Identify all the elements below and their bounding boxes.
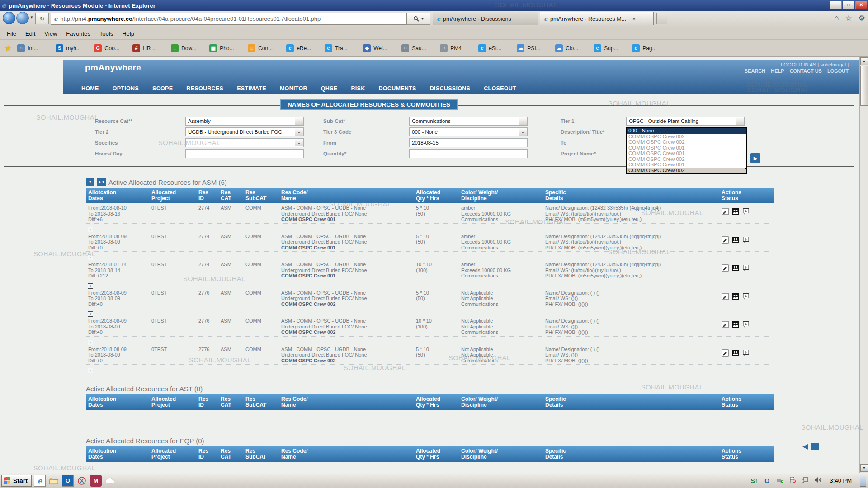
top-link-help[interactable]: HELP — [771, 68, 784, 74]
scrollbar-thumb[interactable] — [860, 66, 868, 106]
favorite-item[interactable]: ▣Pho... — [208, 42, 247, 54]
menu-item-view[interactable]: View — [40, 29, 61, 38]
scroll-up-icon[interactable]: ▲ — [860, 57, 868, 65]
nav-item-closeout[interactable]: CLOSEOUT — [484, 85, 516, 92]
tab-discussions[interactable]: e pmAnywhere - Discussions — [433, 12, 538, 25]
edit-icon[interactable] — [722, 208, 729, 215]
dropdown-option[interactable]: COMM OSPC Crew 002 — [627, 139, 746, 145]
nav-item-risk[interactable]: RISK — [351, 85, 365, 92]
favorite-item[interactable]: eeRe... — [285, 42, 324, 54]
resource_cat-select[interactable]: Assembly⌄ — [185, 117, 304, 126]
search-box[interactable]: ▼ — [407, 13, 430, 25]
taskbar-ie-icon[interactable]: e — [34, 475, 46, 487]
menu-item-help[interactable]: Help — [118, 29, 138, 38]
sort-down-icon[interactable]: ▼ — [86, 178, 94, 186]
nav-item-estimate[interactable]: ESTIMATE — [237, 85, 266, 92]
dropdown-option[interactable]: COMM OSPC Crew 002 — [627, 134, 746, 140]
refresh-button[interactable]: ↻ — [35, 13, 49, 24]
dropdown-option[interactable]: COMM OSPC Crew 002 — [627, 156, 746, 162]
stop-square-icon[interactable] — [811, 443, 819, 450]
favorite-item[interactable]: ○Sau... — [401, 42, 439, 54]
top-link-contact-us[interactable]: CONTACT US — [790, 68, 822, 74]
favorite-item[interactable]: eTra... — [324, 42, 362, 54]
menu-item-favorites[interactable]: Favorites — [62, 29, 94, 38]
tier3-select[interactable]: 000 - None⌄ — [409, 127, 528, 136]
hours-input[interactable] — [185, 149, 304, 158]
tray-usb-icon[interactable] — [776, 477, 784, 484]
favorite-item[interactable]: ↓Dow... — [170, 42, 208, 54]
home-icon[interactable]: ⌂ — [834, 14, 839, 23]
taskbar-folder-icon[interactable] — [48, 475, 60, 487]
sort-both-icon[interactable]: ▲▼ — [97, 178, 106, 186]
comment-download-icon[interactable] — [742, 293, 750, 300]
taskbar-m-app-icon[interactable]: M — [90, 475, 102, 487]
favorite-item[interactable]: ○Int... — [16, 42, 55, 54]
top-link-search[interactable]: SEARCH — [745, 68, 765, 74]
tray-sync-icon[interactable]: S↑ — [750, 477, 759, 484]
favorite-item[interactable]: eeSt... — [477, 42, 516, 54]
dropdown-option[interactable]: COMM OSPC Crew 001 — [627, 162, 746, 168]
row-detail-icon[interactable]: ↕ — [88, 368, 93, 373]
favorite-item[interactable]: ☁PSI... — [516, 42, 554, 54]
comment-download-icon[interactable] — [742, 321, 750, 328]
favorite-item[interactable]: ☺Con... — [247, 42, 285, 54]
add-favorite-star-icon[interactable]: ★ — [5, 43, 12, 53]
minimize-button[interactable]: _ — [830, 1, 842, 9]
chevron-down-icon[interactable]: ⌄ — [295, 117, 303, 125]
taskbar-clock[interactable]: 3:40 PM — [826, 477, 855, 484]
nav-item-scope[interactable]: SCOPE — [152, 85, 173, 92]
chevron-down-icon[interactable]: ⌄ — [519, 128, 527, 136]
team-icon[interactable] — [732, 208, 739, 215]
nav-item-options[interactable]: OPTIONS — [113, 85, 139, 92]
search-dropdown-icon[interactable]: ▼ — [421, 17, 425, 21]
dropdown-option[interactable]: 000 - None — [627, 128, 746, 134]
team-icon[interactable] — [732, 264, 739, 272]
favorite-item[interactable]: ○PM4 — [439, 42, 477, 54]
taskbar-onedrive-icon[interactable] — [104, 475, 116, 487]
address-bar[interactable]: e http://pm4.pmanywhere.co/Interface/04a… — [51, 13, 407, 25]
recent-pages-dropdown-icon[interactable]: ▼ — [30, 15, 33, 19]
close-button[interactable]: ✕ — [855, 1, 867, 9]
maximize-button[interactable]: □ — [843, 1, 854, 9]
tray-outlook-icon[interactable]: O — [763, 477, 771, 484]
chevron-down-icon[interactable]: ⌄ — [295, 128, 303, 136]
start-button[interactable]: Start — [1, 475, 32, 487]
new-tab-button[interactable] — [656, 13, 667, 24]
chevron-down-icon[interactable]: ⌄ — [519, 117, 527, 125]
edit-icon[interactable] — [722, 321, 729, 328]
page-scrollbar[interactable]: ▲ ▼ — [859, 57, 868, 473]
top-link-logout[interactable]: LOGOUT — [827, 68, 849, 74]
specifics-select[interactable]: ⌄ — [185, 138, 304, 147]
favorite-item[interactable]: #HR ... — [132, 42, 170, 54]
comment-download-icon[interactable] — [742, 236, 750, 244]
window-titlebar[interactable]: e pmAnywhere - Resources Module - Intern… — [0, 0, 868, 11]
menu-item-file[interactable]: File — [3, 29, 20, 38]
nav-item-resources[interactable]: RESOURCES — [186, 85, 223, 92]
settings-gear-icon[interactable]: ⚙ — [859, 14, 865, 23]
app-logo[interactable]: pmAnywhere — [85, 63, 141, 73]
edit-icon[interactable] — [722, 264, 729, 272]
chevron-down-icon[interactable]: ⌄ — [295, 139, 303, 146]
nav-item-discussions[interactable]: DISCUSSIONS — [430, 85, 470, 92]
comment-download-icon[interactable] — [742, 349, 750, 357]
dropdown-option[interactable]: COMM OSPC Crew 001 — [627, 145, 746, 151]
favorite-item[interactable]: ◆Wel... — [362, 42, 401, 54]
tab-close-icon[interactable]: × — [632, 16, 636, 22]
dropdown-option[interactable]: COMM OSPC Crew 002 — [627, 168, 746, 174]
nav-item-qhse[interactable]: QHSE — [321, 85, 338, 92]
forward-button[interactable]: → — [16, 12, 29, 24]
tray-network-icon[interactable] — [801, 477, 809, 484]
dropdown-option[interactable]: COMM OSPC Crew 001 — [627, 150, 746, 156]
team-icon[interactable] — [732, 293, 739, 300]
taskbar-outlook-icon[interactable]: O — [62, 475, 74, 487]
tray-action-center-flag-icon[interactable] — [788, 477, 797, 484]
from-input[interactable]: 2018-08-15 — [409, 138, 528, 147]
back-button[interactable]: ← — [3, 12, 15, 24]
prev-page-icon[interactable]: ◀ — [802, 442, 808, 450]
tray-volume-icon[interactable] — [814, 477, 822, 484]
show-desktop-button[interactable] — [860, 475, 866, 487]
edit-icon[interactable] — [722, 236, 729, 244]
team-icon[interactable] — [732, 236, 739, 244]
tab-resources[interactable]: e pmAnywhere - Resources M... × — [540, 12, 654, 25]
sub_cat-select[interactable]: Communications⌄ — [409, 117, 528, 126]
